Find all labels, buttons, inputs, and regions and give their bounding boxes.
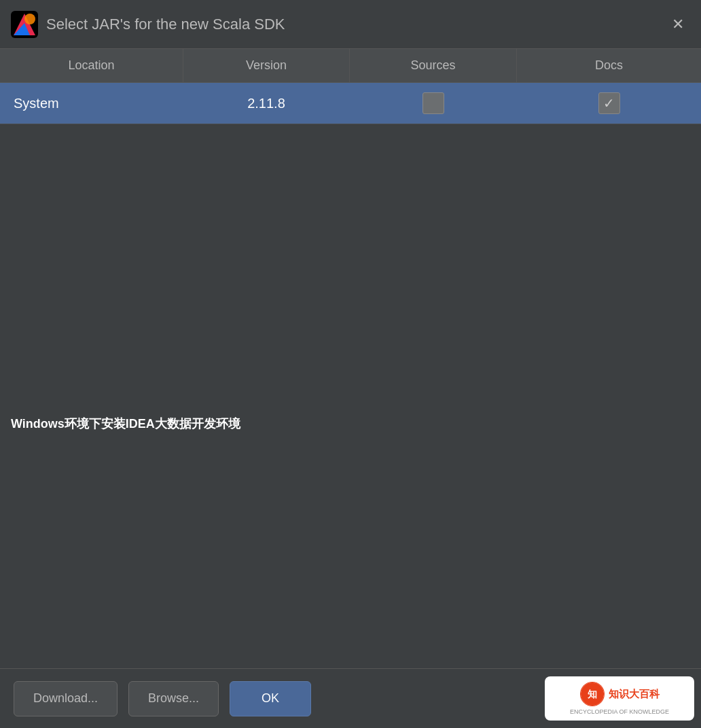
header-version: Version <box>183 49 350 82</box>
ok-button[interactable]: OK <box>230 681 311 716</box>
table-container: Location Version Sources Docs System 2.1… <box>0 49 701 124</box>
sources-checkbox[interactable] <box>423 92 444 114</box>
cell-sources[interactable] <box>350 83 517 124</box>
table-body: System 2.11.8 ✓ <box>0 83 701 124</box>
header-docs: Docs <box>517 49 701 82</box>
cell-docs[interactable]: ✓ <box>517 83 701 124</box>
table-header: Location Version Sources Docs <box>0 49 701 83</box>
close-button[interactable]: ✕ <box>666 12 690 37</box>
knowledge-badge: 知 知识大百科 ENCYCLOPEDIA OF KNOWLEDGE <box>538 669 701 728</box>
badge-title-text: 知识大百科 <box>609 688 660 701</box>
header-sources: Sources <box>350 49 517 82</box>
cell-location: System <box>0 83 183 124</box>
download-button[interactable]: Download... <box>14 681 118 716</box>
badge-circle: 知 <box>580 682 605 706</box>
badge-subtitle: ENCYCLOPEDIA OF KNOWLEDGE <box>570 708 669 715</box>
browse-button[interactable]: Browse... <box>128 681 219 716</box>
svg-point-3 <box>24 14 35 24</box>
badge-inner: 知 知识大百科 ENCYCLOPEDIA OF KNOWLEDGE <box>545 676 694 721</box>
dialog-title: Select JAR's for the new Scala SDK <box>46 16 666 33</box>
dialog: Select JAR's for the new Scala SDK ✕ Loc… <box>0 0 701 728</box>
docs-checkbox[interactable]: ✓ <box>598 92 620 114</box>
main-content: Location Version Sources Docs System 2.1… <box>0 49 701 668</box>
svg-text:知: 知 <box>587 689 597 699</box>
watermark-area: Windows环境下安装IDEA大数据开发环境 <box>0 410 251 437</box>
badge-top: 知 知识大百科 <box>580 682 660 706</box>
app-logo <box>11 11 38 38</box>
bottom-bar: Download... Browse... OK 知 知识大百 <box>0 668 701 728</box>
title-bar: Select JAR's for the new Scala SDK ✕ <box>0 0 701 49</box>
watermark-text: Windows环境下安装IDEA大数据开发环境 <box>11 417 240 431</box>
table-row[interactable]: System 2.11.8 ✓ <box>0 83 701 124</box>
cell-version: 2.11.8 <box>183 83 350 124</box>
header-location: Location <box>0 49 183 82</box>
